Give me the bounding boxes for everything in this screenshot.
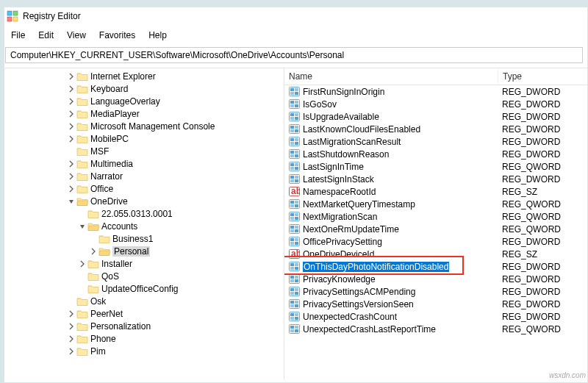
list-row[interactable]: NextMarketQueryTimestampREG_QWORD (284, 198, 587, 210)
list-pane[interactable]: Name Type FirstRunSignInOriginREG_DWORDI… (284, 68, 587, 380)
tree-item[interactable]: Keyboard (1, 82, 284, 95)
menu-file[interactable]: File (5, 28, 31, 43)
menubar: FileEditViewFavoritesHelp (1, 26, 587, 44)
window-title: Registry Editor (23, 11, 81, 21)
menu-help[interactable]: Help (143, 28, 173, 43)
chevron-right-icon[interactable] (78, 259, 87, 268)
chevron-down-icon[interactable] (67, 197, 76, 206)
tree-item-label: UpdateOfficeConfig (101, 284, 179, 294)
tree-item[interactable]: PeerNet (1, 307, 284, 320)
tree-item[interactable]: Accounts (1, 220, 284, 232)
folder-icon (76, 184, 88, 194)
chevron-right-icon[interactable] (67, 334, 76, 343)
menu-favorites[interactable]: Favorites (93, 28, 141, 43)
tree-pane[interactable]: Internet ExplorerKeyboardLanguageOverlay… (1, 68, 284, 380)
tree-item-label: Business1 (112, 234, 153, 244)
chevron-right-icon[interactable] (67, 110, 76, 118)
list-row[interactable]: LastKnownCloudFilesEnabledREG_DWORD (284, 123, 587, 135)
chevron-right-icon[interactable] (67, 135, 76, 143)
path-input[interactable] (5, 47, 583, 63)
chevron-right-icon[interactable] (67, 122, 76, 131)
chevron-down-icon[interactable] (78, 222, 87, 231)
tree-item[interactable]: OneDrive (1, 195, 284, 207)
list-row[interactable]: NextMigrationScanREG_QWORD (284, 210, 587, 223)
list-row[interactable]: UnexpectedCrashLastReportTimeREG_QWORD (284, 323, 587, 335)
list-row[interactable]: LastShutdownReasonREG_DWORD (284, 148, 587, 160)
value-type: REG_DWORD (498, 174, 587, 185)
menu-view[interactable]: View (61, 28, 92, 43)
tree-item[interactable]: MSF (1, 145, 284, 157)
tree-item[interactable]: MediaPlayer (1, 107, 284, 120)
tree-item[interactable]: Personalization (1, 320, 284, 332)
chevron-right-icon[interactable] (67, 172, 76, 181)
list-row[interactable]: LastMigrationScanResultREG_DWORD (284, 135, 587, 148)
list-row[interactable]: PrivacySettingsVersionSeenREG_DWORD (284, 298, 587, 310)
tree-item[interactable]: LanguageOverlay (1, 95, 284, 107)
folder-icon (76, 71, 88, 82)
tree-item[interactable]: UpdateOfficeConfig (1, 282, 284, 295)
list-row[interactable]: LatestSignInStackREG_DWORD (284, 173, 587, 185)
chevron-right-icon[interactable] (67, 185, 76, 193)
registry-editor-window: Registry Editor FileEditViewFavoritesHel… (0, 0, 588, 383)
watermark: wsxdn.com (549, 371, 586, 379)
chevron-right-icon[interactable] (67, 97, 76, 106)
value-type: REG_QWORD (498, 224, 587, 235)
tree-item[interactable]: Personal (1, 245, 284, 257)
tree-item-label: MobilePC (90, 134, 129, 144)
column-type[interactable]: Type (498, 69, 587, 84)
value-name: PrivacySettingsACMPending (303, 287, 415, 297)
folder-open-icon (87, 221, 99, 232)
chevron-right-icon[interactable] (67, 85, 76, 93)
list-row[interactable]: IsUpgradeAvailableREG_DWORD (284, 110, 587, 123)
folder-icon (76, 84, 88, 94)
reg-numeric-icon (289, 273, 300, 284)
list-row[interactable]: PrivacySettingsACMPendingREG_DWORD (284, 285, 587, 298)
list-row[interactable]: NextOneRmUpdateTimeREG_QWORD (284, 223, 587, 235)
regedit-icon (7, 10, 18, 22)
tree-item-label: Narrator (90, 171, 123, 182)
tree-item[interactable]: Installer (1, 257, 284, 270)
tree-item-label: 22.055.0313.0001 (101, 209, 173, 219)
chevron-right-icon[interactable] (67, 309, 76, 318)
list-row[interactable]: PrivacyKnowledgeREG_DWORD (284, 273, 587, 285)
chevron-right-icon[interactable] (67, 322, 76, 331)
chevron-right-icon[interactable] (89, 247, 98, 256)
column-name[interactable]: Name (284, 69, 498, 84)
tree-item[interactable]: Narrator (1, 170, 284, 182)
value-name: UnexpectedCrashLastReportTime (303, 324, 436, 334)
value-type: REG_DWORD (498, 99, 587, 110)
chevron-right-icon[interactable] (67, 347, 76, 356)
tree-item[interactable]: Pim (1, 345, 284, 357)
tree-item-label: OneDrive (90, 196, 128, 207)
titlebar[interactable]: Registry Editor (1, 1, 587, 26)
tree-item-label: QoS (101, 271, 119, 282)
chevron-right-icon[interactable] (67, 72, 76, 81)
tree-item[interactable]: Office (1, 182, 284, 195)
tree-item[interactable]: Phone (1, 332, 284, 345)
tree-item[interactable]: Business1 (1, 232, 284, 245)
list-row[interactable]: OneDriveDeviceIdREG_SZ (284, 248, 587, 260)
tree-item[interactable]: Multimedia (1, 157, 284, 170)
value-name: FirstRunSignInOrigin (303, 87, 384, 97)
tree-item[interactable]: QoS (1, 270, 284, 282)
menu-edit[interactable]: Edit (32, 28, 60, 43)
chevron-right-icon[interactable] (67, 160, 76, 168)
tree-item[interactable]: Osk (1, 295, 284, 307)
value-name: LastMigrationScanResult (303, 137, 401, 147)
list-row[interactable]: LastSignInTimeREG_QWORD (284, 160, 587, 173)
tree-item-label: Multimedia (90, 159, 133, 169)
list-row[interactable]: OnThisDayPhotoNotificationDisabledREG_DW… (284, 260, 587, 273)
value-name: LastSignInTime (303, 162, 364, 172)
list-row[interactable]: FirstRunSignInOriginREG_DWORD (284, 85, 587, 98)
list-row[interactable]: NamespaceRootIdREG_SZ (284, 185, 587, 198)
tree-item[interactable]: Internet Explorer (1, 70, 284, 82)
tree-item[interactable]: MobilePC (1, 132, 284, 145)
reg-string-icon (289, 186, 300, 197)
value-name: LastKnownCloudFilesEnabled (303, 124, 420, 135)
list-row[interactable]: UnexpectedCrashCountREG_DWORD (284, 310, 587, 323)
list-row[interactable]: OfficePrivacySettingREG_DWORD (284, 235, 587, 248)
tree-item[interactable]: 22.055.0313.0001 (1, 207, 284, 220)
list-row[interactable]: IsGoSovREG_DWORD (284, 98, 587, 110)
tree-item[interactable]: Microsoft Management Console (1, 120, 284, 132)
folder-icon (87, 259, 99, 269)
